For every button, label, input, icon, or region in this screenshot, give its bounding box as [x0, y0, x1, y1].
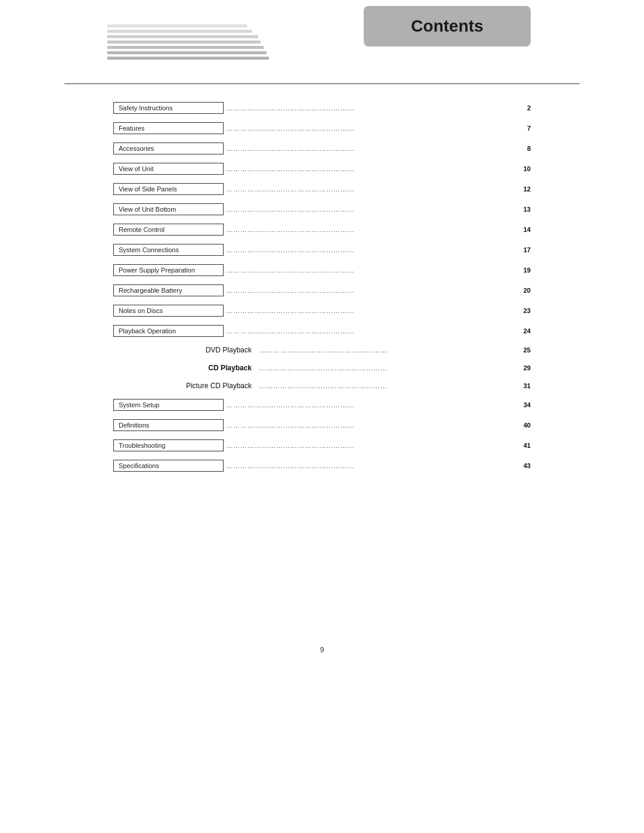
toc-row: View of Side Panels ……………………………………………… 1… — [113, 180, 531, 198]
toc-label[interactable]: System Setup — [113, 399, 224, 411]
toc-row: Rechargeable Battery ……………………………………………… … — [113, 281, 531, 299]
page-number: 9 — [0, 646, 644, 654]
toc-page: 12 — [514, 185, 531, 193]
toc-dots: ……………………………………………… — [224, 185, 514, 193]
toc-row: Playback Operation ……………………………………………… 24 — [113, 322, 531, 340]
header-divider — [64, 83, 580, 84]
toc-label[interactable]: Specifications — [113, 460, 224, 472]
toc-page: 43 — [514, 462, 531, 469]
toc-row: System Connections ……………………………………………… 17 — [113, 241, 531, 259]
toc-dots: ……………………………………………… — [224, 206, 514, 213]
toc-sub-label-picturecd[interactable]: Picture CD Playback — [173, 382, 256, 390]
toc-row: Power Supply Preparation ………………………………………… — [113, 261, 531, 279]
toc-dots: ……………………………………………… — [224, 246, 514, 253]
toc-row: Remote Control ……………………………………………… 14 — [113, 221, 531, 239]
toc-dots-sub: ……………………………………………… — [256, 364, 514, 371]
toc-dots: ……………………………………………… — [224, 125, 514, 132]
toc-dots: ……………………………………………… — [224, 401, 514, 408]
toc-dots-sub: ……………………………………………… — [256, 346, 514, 354]
toc-label[interactable]: Rechargeable Battery — [113, 284, 224, 296]
toc-label[interactable]: Notes on Discs — [113, 305, 224, 317]
toc-page: 40 — [514, 422, 531, 429]
stripe-5 — [107, 46, 264, 49]
toc-label[interactable]: Playback Operation — [113, 325, 224, 337]
toc-dots: ……………………………………………… — [224, 462, 514, 469]
toc-row: Troubleshooting ……………………………………………… 41 — [113, 436, 531, 454]
stripe-1 — [107, 24, 247, 27]
toc-row: System Setup ……………………………………………… 34 — [113, 396, 531, 414]
toc-dots: ……………………………………………… — [224, 327, 514, 335]
toc-page: 17 — [514, 246, 531, 253]
toc-dots: ……………………………………………… — [224, 307, 514, 314]
toc-row: Safety Instructions ……………………………………………… 2 — [113, 99, 531, 117]
toc-sub-row-cd: CD Playback ……………………………………………… 29 — [113, 360, 531, 376]
toc-page: 19 — [514, 267, 531, 274]
stripe-2 — [107, 30, 252, 33]
toc-dots: ……………………………………………… — [224, 422, 514, 429]
toc-label[interactable]: View of Unit Bottom — [113, 203, 224, 215]
toc-row: View of Unit Bottom ……………………………………………… 1… — [113, 200, 531, 218]
toc-page: 23 — [514, 307, 531, 314]
toc-dots: ……………………………………………… — [224, 226, 514, 233]
toc-label[interactable]: Power Supply Preparation — [113, 264, 224, 276]
stripe-6 — [107, 51, 267, 54]
header-title-box: Contents — [364, 6, 531, 47]
toc-sub-row-picturecd: Picture CD Playback ……………………………………………… 3… — [113, 378, 531, 394]
toc-label[interactable]: Accessories — [113, 143, 224, 154]
toc-page-sub: 29 — [514, 364, 531, 371]
toc-label[interactable]: System Connections — [113, 244, 224, 256]
toc-sub-row-dvd: DVD Playback ……………………………………………… 25 — [113, 342, 531, 358]
toc-label[interactable]: Troubleshooting — [113, 439, 224, 451]
toc-page: 41 — [514, 442, 531, 449]
toc-dots: ……………………………………………… — [224, 267, 514, 274]
toc-page: 34 — [514, 401, 531, 408]
toc-label[interactable]: Safety Instructions — [113, 102, 224, 114]
toc-row: Definitions ……………………………………………… 40 — [113, 416, 531, 434]
header-area: Contents — [0, 0, 644, 66]
toc-label[interactable]: View of Unit — [113, 163, 224, 175]
toc-page-sub: 25 — [514, 346, 531, 354]
toc-page: 20 — [514, 287, 531, 294]
toc-dots: ……………………………………………… — [224, 104, 514, 112]
toc-row: View of Unit ……………………………………………… 10 — [113, 160, 531, 178]
page-title: Contents — [394, 17, 501, 36]
contents-area: Safety Instructions ……………………………………………… 2… — [0, 99, 644, 475]
toc-row: Notes on Discs ……………………………………………… 23 — [113, 302, 531, 320]
toc-label[interactable]: Remote Control — [113, 224, 224, 236]
toc-page-sub: 31 — [514, 382, 531, 389]
toc-row: Features ……………………………………………… 7 — [113, 119, 531, 137]
toc-sub-label-cd[interactable]: CD Playback — [173, 364, 256, 372]
toc-dots: ……………………………………………… — [224, 145, 514, 152]
stripe-7 — [107, 57, 269, 60]
toc-label[interactable]: View of Side Panels — [113, 183, 224, 195]
toc-page: 2 — [514, 104, 531, 112]
toc-page: 7 — [514, 125, 531, 132]
toc-label[interactable]: Definitions — [113, 419, 224, 431]
toc-page: 10 — [514, 165, 531, 172]
toc-dots: ……………………………………………… — [224, 165, 514, 172]
toc-page: 8 — [514, 145, 531, 152]
toc-label[interactable]: Features — [113, 122, 224, 134]
toc-page: 24 — [514, 327, 531, 335]
toc-row: Specifications ……………………………………………… 43 — [113, 457, 531, 475]
header-stripes — [0, 0, 386, 66]
page: Contents Safety Instructions ……………………………… — [0, 0, 644, 833]
stripe-4 — [107, 41, 261, 44]
toc-dots-sub: ……………………………………………… — [256, 382, 514, 389]
toc-sub-label-dvd[interactable]: DVD Playback — [173, 346, 256, 354]
toc-dots: ……………………………………………… — [224, 287, 514, 294]
toc-row: Accessories ……………………………………………… 8 — [113, 140, 531, 157]
stripe-3 — [107, 35, 258, 38]
toc-dots: ……………………………………………… — [224, 442, 514, 449]
toc-page: 13 — [514, 206, 531, 213]
toc-page: 14 — [514, 226, 531, 233]
